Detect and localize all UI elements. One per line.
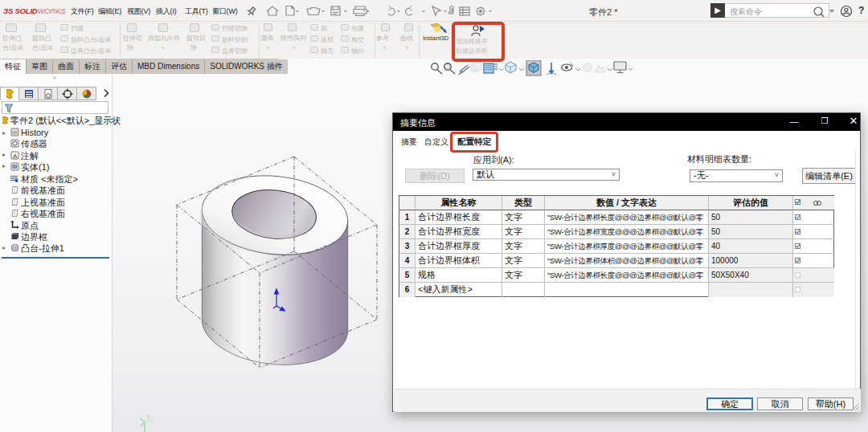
svg-text:A: A bbox=[13, 153, 18, 160]
svg-text:Y: Y bbox=[146, 414, 151, 421]
